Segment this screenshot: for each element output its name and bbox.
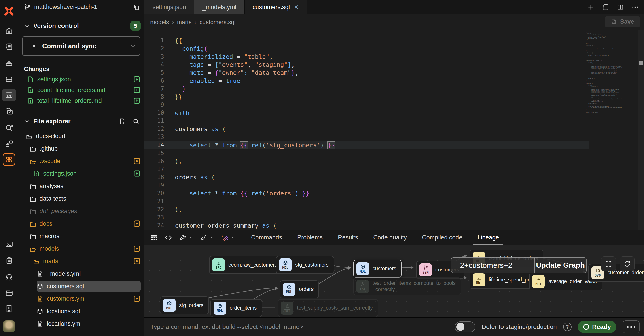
tree-item-marts[interactable]: marts	[18, 255, 144, 267]
inbox-icon[interactable]	[0, 55, 18, 71]
tree-item-analyses[interactable]: analyses	[18, 180, 144, 192]
tab-settings.json[interactable]: settings.json	[144, 0, 194, 14]
window-select-icon[interactable]	[0, 103, 18, 119]
changed-file[interactable]: count_lifetime_orders.md	[18, 85, 144, 95]
code-line-2[interactable]: 2 config(	[144, 44, 589, 52]
lineage-node-test_supply_costs_sum_correctly[interactable]: TSTtest_supply_costs_sum_correctly	[278, 299, 378, 317]
save-button[interactable]: Save	[605, 16, 640, 27]
tree-item-models[interactable]: models	[18, 242, 144, 255]
journal-icon[interactable]	[602, 3, 609, 11]
code-line-23[interactable]: 23	[144, 213, 589, 221]
dashboard-icon[interactable]	[0, 71, 18, 87]
code-line-14[interactable]: 14 select * from {{ ref('stg_customers')…	[144, 141, 589, 149]
code-line-17[interactable]: 17	[144, 165, 589, 173]
lineage-node-order_items[interactable]: MDLorder_items	[210, 299, 262, 317]
tree-item-dbt_packages[interactable]: dbt_packages	[18, 205, 144, 217]
chevron-down-icon[interactable]	[188, 235, 193, 240]
lineage-node-ecom.raw_customers[interactable]: SRCecom.raw_customers	[209, 256, 283, 274]
lineage-node-customers[interactable]: MDLcustomers	[353, 260, 402, 278]
chevron-down-icon[interactable]	[230, 235, 235, 240]
code-line-24[interactable]: 24customer_orders_summary as (	[144, 221, 589, 229]
panel-tab-Compiled code[interactable]: Compiled code	[414, 230, 470, 245]
code-line-19[interactable]: 19	[144, 181, 589, 189]
code-line-18[interactable]: 18orders as (	[144, 173, 589, 181]
ready-status-badge[interactable]: Ready	[578, 321, 616, 333]
breadcrumb-item[interactable]: customers.sql	[200, 19, 236, 26]
code-line-5[interactable]: 5 meta = {"owner": "data-team"},	[144, 69, 589, 77]
editor-scrollbar[interactable]	[638, 30, 644, 230]
copy-icon[interactable]	[133, 4, 140, 10]
tree-item-docs-cloud[interactable]: docs-cloud	[18, 130, 144, 142]
branch-row[interactable]: matthewshaver-patch-1	[18, 0, 144, 14]
tree-item-locations.sql[interactable]: locations.sql	[18, 305, 144, 318]
format-broom-button[interactable]	[200, 234, 214, 242]
code-editor-icon[interactable]	[0, 87, 18, 103]
tab-_models.yml[interactable]: _models.yml	[194, 0, 245, 14]
code-line-3[interactable]: 3 materialized = "table",	[144, 52, 589, 60]
code-line-1[interactable]: 1{{	[144, 36, 589, 44]
copilot-atom-icon[interactable]	[0, 151, 18, 168]
help-icon[interactable]: ?	[563, 323, 572, 331]
lineage-node-customer_order_metrics[interactable]: SVQcustomer_order_metrics	[588, 264, 644, 282]
code-line-20[interactable]: 20 select * from {{ ref('orders') }}	[144, 189, 589, 197]
code-line-10[interactable]: 10with	[144, 109, 589, 117]
code-line-22[interactable]: 22),	[144, 205, 589, 213]
new-tab-icon[interactable]	[587, 3, 594, 11]
panel-tab-Results[interactable]: Results	[330, 230, 366, 245]
lineage-node-test_order_items_compute_to_bools[interactable]: TSTtest_order_items_compute_to_bools_cor…	[353, 278, 461, 295]
panel-tab-Lineage[interactable]: Lineage	[470, 230, 506, 245]
breadcrumb-item[interactable]: marts	[177, 19, 192, 26]
code-line-15[interactable]: 15	[144, 149, 589, 157]
code-line-13[interactable]: 13	[144, 133, 589, 141]
code-line-6[interactable]: 6 enabled = true	[144, 77, 589, 85]
chevron-down-icon[interactable]	[209, 235, 214, 240]
tree-item-macros[interactable]: macros	[18, 230, 144, 242]
clipboard-icon[interactable]	[0, 252, 18, 268]
journal-icon[interactable]	[0, 38, 18, 54]
minimap[interactable]: {{ config( materialized = "table", tags …	[586, 32, 622, 113]
new-file-icon[interactable]	[119, 118, 126, 125]
version-control-header[interactable]: Version control 5	[18, 19, 144, 33]
breadcrumb[interactable]: models›marts›customers.sql	[150, 19, 236, 26]
code-line-4[interactable]: 4 tags = ["events", "staging"],	[144, 60, 589, 69]
tree-item-.github[interactable]: .github	[18, 142, 144, 155]
panel-tab-Code quality[interactable]: Code quality	[366, 230, 414, 245]
lineage-node-stg_customers[interactable]: MDLstg_customers	[276, 256, 334, 274]
code-editor[interactable]: 1{{2 config(3 materialized = "table",4 t…	[144, 30, 644, 230]
panel-tab-Commands[interactable]: Commands	[244, 230, 290, 245]
build-wrench-button[interactable]	[179, 234, 193, 242]
code-line-8[interactable]: 8}}	[144, 93, 589, 101]
tree-item-settings.json[interactable]: settings.json	[18, 167, 144, 180]
headset-icon[interactable]	[0, 268, 18, 284]
lineage-node-orders[interactable]: MDLorders	[280, 280, 319, 298]
tree-item-data-tests[interactable]: data-tests	[18, 192, 144, 205]
tree-item-customers.sql[interactable]: customers.sql	[18, 280, 144, 293]
tree-item-_models.yml[interactable]: _models.yml	[18, 267, 144, 280]
user-avatar[interactable]	[0, 317, 18, 336]
panel-tab-Problems[interactable]: Problems	[290, 230, 330, 245]
stage-file-icon[interactable]	[133, 97, 141, 105]
commit-and-sync-button[interactable]: Commit and sync	[22, 36, 140, 56]
stage-file-icon[interactable]	[133, 75, 141, 83]
lineage-node-stg_orders[interactable]: MDLstg_orders	[160, 297, 209, 314]
file-explorer-header[interactable]: File explorer	[18, 114, 144, 128]
tree-item-locations.yml[interactable]: locations.yml	[18, 318, 144, 330]
code-line-21[interactable]: 21	[144, 197, 589, 205]
update-graph-button[interactable]: Update Graph	[534, 258, 586, 273]
dbt-logo[interactable]	[0, 0, 18, 22]
code-line-11[interactable]: 11	[144, 117, 589, 125]
refresh-graph-button[interactable]	[620, 257, 634, 271]
browser-stack-icon[interactable]	[0, 284, 18, 301]
tree-item-.vscode[interactable]: .vscode	[18, 155, 144, 167]
fix-magic-pen-button[interactable]	[221, 234, 235, 242]
terminal-icon[interactable]	[0, 236, 18, 252]
tree-item-customers.yml[interactable]: customers.yml	[18, 293, 144, 305]
split-editor-icon[interactable]	[617, 3, 624, 11]
changed-file[interactable]: settings.json	[18, 74, 144, 85]
code-line-16[interactable]: 16),	[144, 157, 589, 165]
home-icon[interactable]	[0, 22, 18, 38]
results-table-icon[interactable]	[150, 234, 158, 242]
commit-options-dropdown[interactable]	[126, 37, 140, 55]
lineage-selector-input[interactable]: 2+customers+2	[452, 258, 534, 273]
search-icon[interactable]	[132, 118, 139, 125]
